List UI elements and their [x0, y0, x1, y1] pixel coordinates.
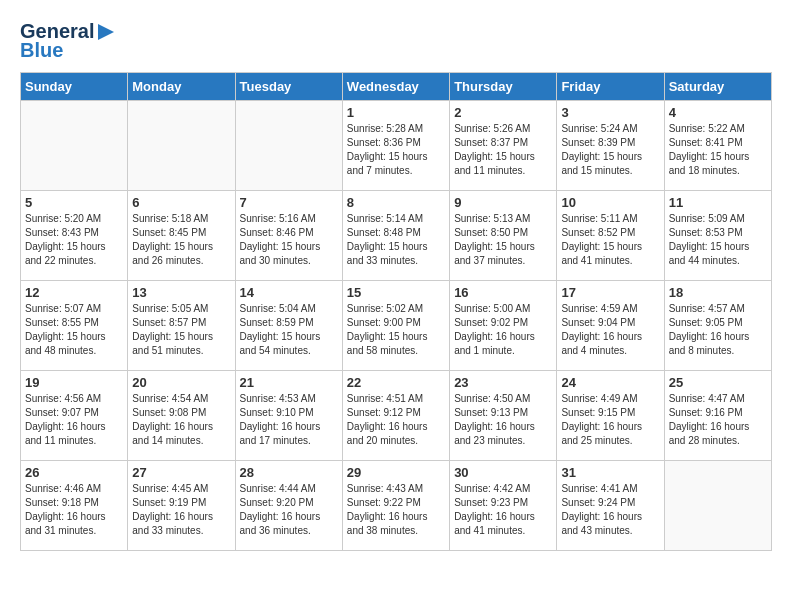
calendar-cell	[21, 101, 128, 191]
cell-info: Sunrise: 5:16 AM Sunset: 8:46 PM Dayligh…	[240, 212, 338, 268]
cell-info: Sunrise: 4:50 AM Sunset: 9:13 PM Dayligh…	[454, 392, 552, 448]
col-header-monday: Monday	[128, 73, 235, 101]
cell-info: Sunrise: 5:05 AM Sunset: 8:57 PM Dayligh…	[132, 302, 230, 358]
col-header-thursday: Thursday	[450, 73, 557, 101]
cell-info: Sunrise: 4:46 AM Sunset: 9:18 PM Dayligh…	[25, 482, 123, 538]
cell-info: Sunrise: 4:56 AM Sunset: 9:07 PM Dayligh…	[25, 392, 123, 448]
calendar-cell: 29Sunrise: 4:43 AM Sunset: 9:22 PM Dayli…	[342, 461, 449, 551]
cell-info: Sunrise: 4:42 AM Sunset: 9:23 PM Dayligh…	[454, 482, 552, 538]
day-number: 21	[240, 375, 338, 390]
calendar-cell: 3Sunrise: 5:24 AM Sunset: 8:39 PM Daylig…	[557, 101, 664, 191]
calendar-cell: 4Sunrise: 5:22 AM Sunset: 8:41 PM Daylig…	[664, 101, 771, 191]
calendar-cell: 16Sunrise: 5:00 AM Sunset: 9:02 PM Dayli…	[450, 281, 557, 371]
calendar-cell: 8Sunrise: 5:14 AM Sunset: 8:48 PM Daylig…	[342, 191, 449, 281]
cell-info: Sunrise: 5:13 AM Sunset: 8:50 PM Dayligh…	[454, 212, 552, 268]
calendar-cell: 10Sunrise: 5:11 AM Sunset: 8:52 PM Dayli…	[557, 191, 664, 281]
week-row-1: 1Sunrise: 5:28 AM Sunset: 8:36 PM Daylig…	[21, 101, 772, 191]
day-number: 28	[240, 465, 338, 480]
header: General Blue	[20, 20, 772, 62]
day-number: 18	[669, 285, 767, 300]
cell-info: Sunrise: 5:11 AM Sunset: 8:52 PM Dayligh…	[561, 212, 659, 268]
cell-info: Sunrise: 5:04 AM Sunset: 8:59 PM Dayligh…	[240, 302, 338, 358]
calendar-cell: 17Sunrise: 4:59 AM Sunset: 9:04 PM Dayli…	[557, 281, 664, 371]
calendar-cell: 28Sunrise: 4:44 AM Sunset: 9:20 PM Dayli…	[235, 461, 342, 551]
day-number: 16	[454, 285, 552, 300]
logo-blue: Blue	[20, 39, 63, 62]
cell-info: Sunrise: 4:57 AM Sunset: 9:05 PM Dayligh…	[669, 302, 767, 358]
day-number: 23	[454, 375, 552, 390]
calendar-cell: 27Sunrise: 4:45 AM Sunset: 9:19 PM Dayli…	[128, 461, 235, 551]
cell-info: Sunrise: 5:26 AM Sunset: 8:37 PM Dayligh…	[454, 122, 552, 178]
calendar-cell	[128, 101, 235, 191]
day-number: 27	[132, 465, 230, 480]
svg-marker-0	[98, 24, 114, 40]
day-number: 1	[347, 105, 445, 120]
cell-info: Sunrise: 4:51 AM Sunset: 9:12 PM Dayligh…	[347, 392, 445, 448]
logo-arrow-icon	[96, 22, 116, 42]
cell-info: Sunrise: 4:54 AM Sunset: 9:08 PM Dayligh…	[132, 392, 230, 448]
calendar-cell: 1Sunrise: 5:28 AM Sunset: 8:36 PM Daylig…	[342, 101, 449, 191]
calendar-cell: 20Sunrise: 4:54 AM Sunset: 9:08 PM Dayli…	[128, 371, 235, 461]
day-number: 15	[347, 285, 445, 300]
cell-info: Sunrise: 4:59 AM Sunset: 9:04 PM Dayligh…	[561, 302, 659, 358]
calendar-cell: 18Sunrise: 4:57 AM Sunset: 9:05 PM Dayli…	[664, 281, 771, 371]
day-number: 4	[669, 105, 767, 120]
day-number: 25	[669, 375, 767, 390]
week-row-3: 12Sunrise: 5:07 AM Sunset: 8:55 PM Dayli…	[21, 281, 772, 371]
day-number: 9	[454, 195, 552, 210]
calendar-cell: 14Sunrise: 5:04 AM Sunset: 8:59 PM Dayli…	[235, 281, 342, 371]
calendar-cell: 22Sunrise: 4:51 AM Sunset: 9:12 PM Dayli…	[342, 371, 449, 461]
day-number: 10	[561, 195, 659, 210]
cell-info: Sunrise: 5:09 AM Sunset: 8:53 PM Dayligh…	[669, 212, 767, 268]
cell-info: Sunrise: 4:53 AM Sunset: 9:10 PM Dayligh…	[240, 392, 338, 448]
cell-info: Sunrise: 5:02 AM Sunset: 9:00 PM Dayligh…	[347, 302, 445, 358]
col-header-wednesday: Wednesday	[342, 73, 449, 101]
cell-info: Sunrise: 5:00 AM Sunset: 9:02 PM Dayligh…	[454, 302, 552, 358]
calendar-cell: 30Sunrise: 4:42 AM Sunset: 9:23 PM Dayli…	[450, 461, 557, 551]
cell-info: Sunrise: 5:18 AM Sunset: 8:45 PM Dayligh…	[132, 212, 230, 268]
cell-info: Sunrise: 5:14 AM Sunset: 8:48 PM Dayligh…	[347, 212, 445, 268]
week-row-2: 5Sunrise: 5:20 AM Sunset: 8:43 PM Daylig…	[21, 191, 772, 281]
day-number: 26	[25, 465, 123, 480]
calendar-cell: 6Sunrise: 5:18 AM Sunset: 8:45 PM Daylig…	[128, 191, 235, 281]
day-number: 13	[132, 285, 230, 300]
cell-info: Sunrise: 4:41 AM Sunset: 9:24 PM Dayligh…	[561, 482, 659, 538]
col-header-sunday: Sunday	[21, 73, 128, 101]
day-number: 20	[132, 375, 230, 390]
calendar-cell: 26Sunrise: 4:46 AM Sunset: 9:18 PM Dayli…	[21, 461, 128, 551]
calendar-cell: 24Sunrise: 4:49 AM Sunset: 9:15 PM Dayli…	[557, 371, 664, 461]
calendar-table: SundayMondayTuesdayWednesdayThursdayFrid…	[20, 72, 772, 551]
cell-info: Sunrise: 5:24 AM Sunset: 8:39 PM Dayligh…	[561, 122, 659, 178]
day-number: 30	[454, 465, 552, 480]
day-number: 19	[25, 375, 123, 390]
day-number: 12	[25, 285, 123, 300]
day-number: 2	[454, 105, 552, 120]
day-number: 7	[240, 195, 338, 210]
day-number: 31	[561, 465, 659, 480]
day-number: 29	[347, 465, 445, 480]
calendar-cell: 25Sunrise: 4:47 AM Sunset: 9:16 PM Dayli…	[664, 371, 771, 461]
day-number: 14	[240, 285, 338, 300]
cell-info: Sunrise: 5:22 AM Sunset: 8:41 PM Dayligh…	[669, 122, 767, 178]
day-number: 24	[561, 375, 659, 390]
day-number: 6	[132, 195, 230, 210]
cell-info: Sunrise: 4:43 AM Sunset: 9:22 PM Dayligh…	[347, 482, 445, 538]
cell-info: Sunrise: 5:28 AM Sunset: 8:36 PM Dayligh…	[347, 122, 445, 178]
day-number: 22	[347, 375, 445, 390]
cell-info: Sunrise: 4:49 AM Sunset: 9:15 PM Dayligh…	[561, 392, 659, 448]
calendar-cell: 9Sunrise: 5:13 AM Sunset: 8:50 PM Daylig…	[450, 191, 557, 281]
calendar-cell: 7Sunrise: 5:16 AM Sunset: 8:46 PM Daylig…	[235, 191, 342, 281]
calendar-cell	[235, 101, 342, 191]
cell-info: Sunrise: 4:45 AM Sunset: 9:19 PM Dayligh…	[132, 482, 230, 538]
col-header-saturday: Saturday	[664, 73, 771, 101]
day-number: 5	[25, 195, 123, 210]
calendar-cell: 13Sunrise: 5:05 AM Sunset: 8:57 PM Dayli…	[128, 281, 235, 371]
day-number: 8	[347, 195, 445, 210]
calendar-header-row: SundayMondayTuesdayWednesdayThursdayFrid…	[21, 73, 772, 101]
calendar-cell: 2Sunrise: 5:26 AM Sunset: 8:37 PM Daylig…	[450, 101, 557, 191]
calendar-cell: 11Sunrise: 5:09 AM Sunset: 8:53 PM Dayli…	[664, 191, 771, 281]
week-row-4: 19Sunrise: 4:56 AM Sunset: 9:07 PM Dayli…	[21, 371, 772, 461]
calendar-cell: 23Sunrise: 4:50 AM Sunset: 9:13 PM Dayli…	[450, 371, 557, 461]
calendar-cell: 21Sunrise: 4:53 AM Sunset: 9:10 PM Dayli…	[235, 371, 342, 461]
day-number: 17	[561, 285, 659, 300]
